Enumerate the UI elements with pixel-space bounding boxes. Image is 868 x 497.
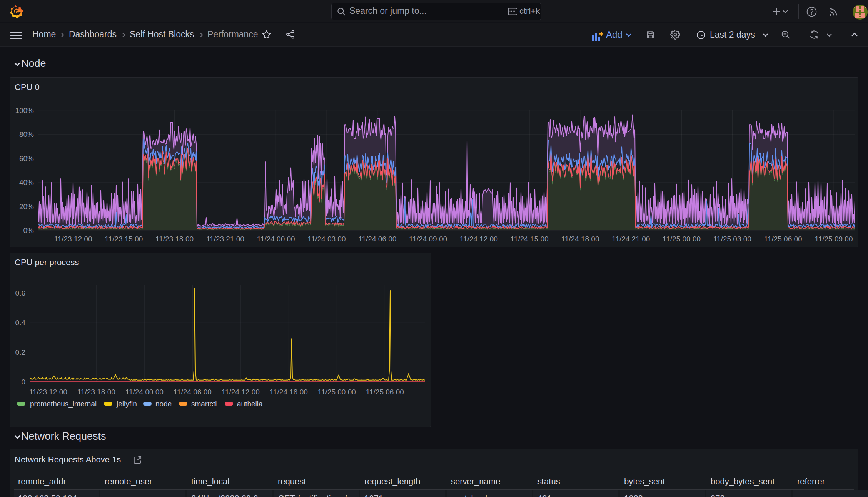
svg-text:40%: 40% — [19, 178, 34, 186]
svg-text:11/25 00:00: 11/25 00:00 — [318, 388, 356, 396]
svg-text:smartctl: smartctl — [191, 400, 217, 408]
svg-text:11/24 00:00: 11/24 00:00 — [125, 388, 164, 396]
svg-text:11/23 12:00: 11/23 12:00 — [29, 388, 67, 396]
svg-text:11/23 18:00: 11/23 18:00 — [155, 235, 194, 243]
svg-text:0.4: 0.4 — [15, 319, 26, 327]
svg-text:11/24 21:00: 11/24 21:00 — [612, 235, 650, 243]
svg-text:0.2: 0.2 — [15, 348, 25, 356]
svg-text:11/24 06:00: 11/24 06:00 — [358, 235, 396, 243]
svg-text:11/25 03:00: 11/25 03:00 — [713, 235, 751, 243]
svg-text:11/24 12:00: 11/24 12:00 — [222, 388, 260, 396]
svg-text:11/23 15:00: 11/23 15:00 — [105, 235, 143, 243]
svg-text:11/23 12:00: 11/23 12:00 — [54, 235, 92, 243]
svg-text:80%: 80% — [19, 130, 34, 138]
svg-text:11/24 18:00: 11/24 18:00 — [561, 235, 599, 243]
svg-text:11/24 18:00: 11/24 18:00 — [270, 388, 308, 396]
svg-text:60%: 60% — [19, 155, 34, 163]
svg-text:11/25 06:00: 11/25 06:00 — [764, 235, 802, 243]
svg-text:authelia: authelia — [237, 400, 263, 408]
svg-text:0: 0 — [21, 378, 25, 386]
svg-text:100%: 100% — [15, 106, 34, 115]
svg-text:11/23 18:00: 11/23 18:00 — [77, 388, 115, 396]
svg-text:11/25 00:00: 11/25 00:00 — [663, 235, 701, 243]
svg-text:11/24 00:00: 11/24 00:00 — [257, 235, 295, 243]
svg-text:20%: 20% — [19, 203, 34, 211]
svg-text:11/24 12:00: 11/24 12:00 — [460, 235, 498, 243]
svg-text:11/25 06:00: 11/25 06:00 — [366, 388, 404, 396]
svg-text:11/24 03:00: 11/24 03:00 — [308, 235, 346, 243]
svg-text:11/24 06:00: 11/24 06:00 — [174, 388, 212, 396]
svg-text:0%: 0% — [23, 226, 34, 234]
svg-text:11/23 21:00: 11/23 21:00 — [206, 235, 244, 243]
svg-text:node: node — [155, 400, 172, 408]
svg-text:jellyfin: jellyfin — [116, 400, 137, 408]
svg-text:prometheus_internal: prometheus_internal — [30, 400, 97, 408]
svg-text:11/24 09:00: 11/24 09:00 — [409, 235, 447, 243]
svg-text:11/25 09:00: 11/25 09:00 — [815, 235, 853, 243]
svg-text:11/24 15:00: 11/24 15:00 — [511, 235, 549, 243]
svg-text:0.6: 0.6 — [15, 289, 25, 297]
